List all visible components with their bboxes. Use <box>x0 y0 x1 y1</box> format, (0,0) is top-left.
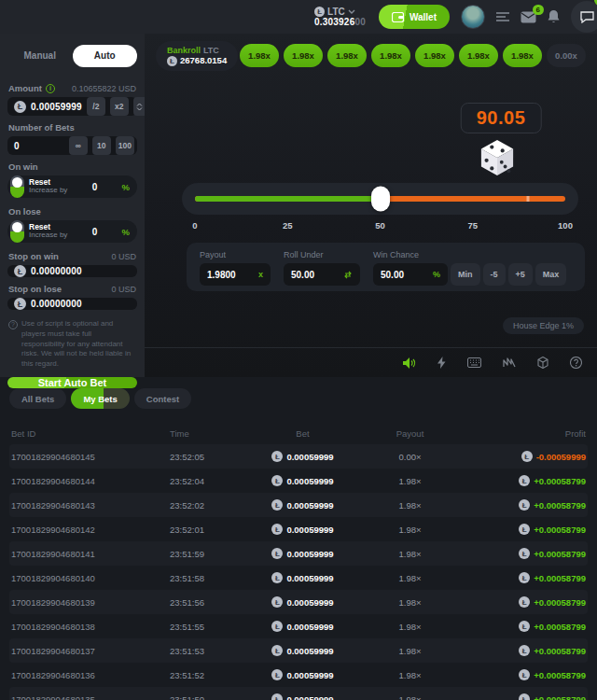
result-history: 1.98x1.98x1.98x1.98x1.98x1.98x1.98x0.00x <box>240 44 586 67</box>
tab-all-bets[interactable]: All Bets <box>9 388 66 409</box>
wallet-button[interactable]: Wallet <box>379 5 450 29</box>
bet-id: 17001829904680142 <box>11 525 170 535</box>
chevron-up-icon <box>136 103 143 106</box>
ltc-coin-icon: Ł <box>271 645 283 656</box>
bet-time: 23:51:55 <box>170 622 254 632</box>
history-pill[interactable]: 1.98x <box>371 44 410 67</box>
bet-payout: 0.00× <box>352 452 468 462</box>
win-chance-value[interactable]: 50.00 <box>381 270 429 280</box>
preset-100-button[interactable]: 100 <box>116 136 134 155</box>
avatar[interactable] <box>461 5 485 29</box>
chance-max-button[interactable]: Max <box>535 263 567 286</box>
ltc-coin-icon: Ł <box>271 475 283 486</box>
bet-row[interactable]: 1700182990468013523:51:50Ł0.000599991.98… <box>9 687 588 700</box>
slider-scale: 0255075100 <box>195 220 565 231</box>
bet-row[interactable]: 1700182990468014023:51:58Ł0.000599991.98… <box>9 566 588 590</box>
on-lose-toggle[interactable] <box>10 220 24 243</box>
amount-field[interactable]: Ł 0.00059999 /2 x2 <box>7 97 137 116</box>
bet-row[interactable]: 1700182990468014423:52:04Ł0.000599991.98… <box>9 469 588 493</box>
win-chance-field[interactable]: 50.00 % <box>373 263 448 286</box>
notifications-button[interactable] <box>548 10 560 24</box>
payout-field[interactable]: 1.9800 x <box>200 263 271 286</box>
currency-selector[interactable]: Ł LTC 0.30392600 <box>314 7 366 27</box>
history-pill[interactable]: 1.98x <box>240 44 279 67</box>
history-pill[interactable]: 1.98x <box>503 44 542 67</box>
bet-row[interactable]: 1700182990468013723:51:53Ł0.000599991.98… <box>9 638 588 663</box>
chance-plus5-button[interactable]: +5 <box>508 263 533 286</box>
roll-slider[interactable] <box>182 183 578 215</box>
roll-under-field[interactable]: 50.00 <box>284 263 360 286</box>
on-lose-value[interactable]: 0 <box>72 227 117 237</box>
half-button[interactable]: /2 <box>87 97 105 116</box>
tab-my-bets[interactable]: My Bets <box>71 388 129 409</box>
cube-icon <box>537 357 548 369</box>
start-auto-bet-button[interactable]: Start Auto Bet <box>7 377 137 388</box>
tab-auto[interactable]: Auto <box>73 45 138 67</box>
stop-on-lose-value[interactable]: 0.00000000 <box>31 299 134 309</box>
swap-icon[interactable] <box>343 271 353 279</box>
chance-min-button[interactable]: Min <box>451 263 480 286</box>
bet-profit: Ł+0.00058799 <box>468 499 586 511</box>
bet-row[interactable]: 1700182990468014223:52:01Ł0.000599991.98… <box>9 517 588 541</box>
tab-manual[interactable]: Manual <box>7 45 73 67</box>
stop-on-win-value[interactable]: 0.00000000 <box>31 266 134 276</box>
ltc-coin-icon: Ł <box>271 596 283 608</box>
bet-row[interactable]: 1700182990468014123:51:59Ł0.000599991.98… <box>9 541 588 566</box>
ltc-coin-icon: Ł <box>271 499 283 511</box>
stop-on-win-field[interactable]: Ł 0.00000000 <box>7 265 137 277</box>
bet-row[interactable]: 1700182990468013923:51:56Ł0.000599991.98… <box>9 590 588 614</box>
ltc-coin-icon: Ł <box>271 451 283 462</box>
sound-button[interactable] <box>403 357 416 369</box>
payout-value[interactable]: 1.9800 <box>207 270 255 280</box>
menu-button[interactable] <box>496 12 509 21</box>
bet-amount: Ł0.00059999 <box>254 451 352 462</box>
infinity-button[interactable]: ∞ <box>69 136 88 155</box>
on-win-value[interactable]: 0 <box>72 182 117 192</box>
history-pill[interactable]: 1.98x <box>415 44 454 67</box>
increase-by-label[interactable]: Increase by <box>29 231 67 239</box>
rewards-button[interactable]: 6 <box>521 11 536 23</box>
amount-value[interactable]: 0.00059999 <box>31 102 82 112</box>
info-icon[interactable]: i <box>46 84 55 93</box>
slider-thumb[interactable] <box>371 187 390 212</box>
chance-minus5-button[interactable]: -5 <box>483 263 506 286</box>
stop-on-lose-usd: 0 USD <box>111 285 136 294</box>
amount-label: Amounti <box>8 83 55 93</box>
bet-id: 17001829904680140 <box>11 573 170 583</box>
number-of-bets-value[interactable]: 0 <box>14 141 64 151</box>
seeds-button[interactable] <box>537 357 548 369</box>
last-roll-marker <box>527 196 530 202</box>
bet-row[interactable]: 1700182990468013823:51:55Ł0.000599991.98… <box>9 614 588 638</box>
bankroll-chip[interactable]: BankrollLTC Ł26768.0154 <box>156 41 238 71</box>
live-stats-button[interactable] <box>503 357 516 368</box>
slider-track[interactable] <box>195 196 565 202</box>
history-pill[interactable]: 1.98x <box>327 44 367 67</box>
ltc-coin-icon: Ł <box>519 693 530 700</box>
on-win-toggle[interactable] <box>10 175 24 198</box>
chat-button[interactable]: 99 <box>571 1 597 33</box>
number-of-bets-field[interactable]: 0 ∞ 10 100 <box>7 136 137 155</box>
bet-row[interactable]: 1700182990468013623:51:52Ł0.000599991.98… <box>9 663 588 687</box>
bankroll-currency: LTC <box>203 46 219 55</box>
stop-on-lose-field[interactable]: Ł 0.00000000 <box>7 298 137 310</box>
dice-icon <box>479 138 515 181</box>
hotkeys-button[interactable] <box>467 357 481 368</box>
game-controls: Payout 1.9800 x Roll Under 50.00 Win Cha… <box>187 243 585 291</box>
history-pill[interactable]: 0.00x <box>547 44 586 67</box>
bet-row[interactable]: 1700182990468014323:52:02Ł0.000599991.98… <box>9 493 588 517</box>
ltc-coin-icon: Ł <box>519 499 530 511</box>
turbo-button[interactable] <box>437 357 446 369</box>
preset-10-button[interactable]: 10 <box>92 136 111 155</box>
tab-contest[interactable]: Contest <box>134 388 191 409</box>
roll-under-value[interactable]: 50.00 <box>291 270 340 280</box>
ltc-coin-icon: Ł <box>271 572 283 583</box>
increase-by-label[interactable]: Increase by <box>29 187 67 194</box>
ltc-coin-icon: Ł <box>314 7 325 17</box>
history-pill[interactable]: 1.98x <box>459 44 498 67</box>
bet-row[interactable]: 1700182990468014523:52:05Ł0.000599990.00… <box>9 444 588 469</box>
double-button[interactable]: x2 <box>110 97 129 116</box>
volume-icon <box>403 357 416 369</box>
help-button[interactable] <box>570 357 582 369</box>
column-header: Bet ID <box>11 428 170 439</box>
history-pill[interactable]: 1.98x <box>284 44 323 67</box>
